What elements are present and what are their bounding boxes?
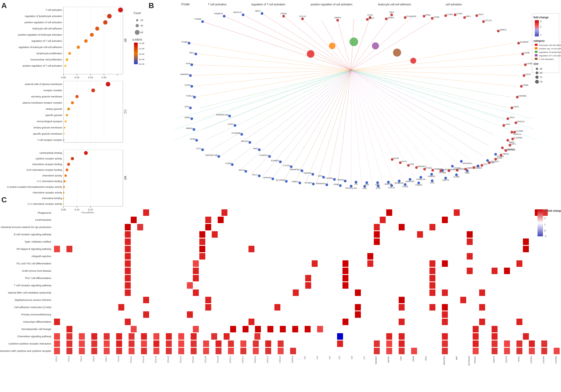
svg-text:CCL7: CCL7 (105, 356, 107, 362)
svg-line-154 (294, 70, 351, 183)
svg-rect-324 (535, 58, 538, 60)
svg-point-263 (501, 146, 504, 149)
svg-text:T cell activation: T cell activation (539, 58, 554, 60)
svg-point-16 (118, 8, 123, 12)
svg-text:SIRPG: SIRPG (334, 16, 341, 19)
svg-text:CTLA4: CTLA4 (283, 164, 290, 167)
svg-point-425 (454, 13, 456, 16)
svg-rect-608 (54, 348, 60, 354)
svg-rect-593 (240, 340, 246, 347)
svg-text:P2RX7: P2RX7 (292, 180, 299, 183)
svg-point-383 (515, 121, 517, 124)
svg-text:FCGR2B: FCGR2B (232, 132, 240, 134)
svg-point-223 (258, 175, 261, 177)
svg-text:TNFRSF4: TNFRSF4 (316, 182, 326, 185)
svg-rect-503 (193, 275, 199, 281)
svg-line-135 (351, 70, 516, 86)
svg-text:lymphocyte proliferation: lymphocyte proliferation (36, 52, 62, 55)
svg-text:CCL22: CCL22 (192, 356, 194, 363)
svg-text:TNFRSF: TNFRSF (375, 356, 377, 365)
svg-text:LY9: LY9 (475, 165, 479, 168)
svg-line-160 (351, 70, 362, 187)
svg-rect-633 (473, 348, 479, 354)
svg-rect-590 (203, 340, 209, 347)
svg-text:C-C chemokine binding: C-C chemokine binding (37, 180, 62, 183)
svg-text:IL4: IL4 (328, 356, 331, 359)
svg-rect-539 (399, 319, 405, 325)
svg-rect-522 (460, 297, 466, 303)
svg-point-187 (301, 18, 304, 20)
svg-rect-546 (230, 326, 236, 332)
svg-point-77 (66, 169, 68, 171)
svg-text:MIF: MIF (455, 356, 458, 360)
svg-rect-617 (166, 348, 172, 354)
svg-text:EOTAXIN: EOTAXIN (468, 356, 470, 366)
svg-point-306 (372, 42, 379, 49)
svg-text:2: 2 (540, 25, 542, 28)
svg-line-165 (351, 70, 416, 180)
svg-rect-585 (141, 340, 147, 347)
svg-rect-451 (386, 209, 392, 216)
svg-point-76 (67, 163, 70, 166)
svg-text:64: 64 (540, 71, 542, 74)
svg-text:PDCD1: PDCD1 (517, 120, 525, 123)
svg-rect-508 (187, 282, 193, 289)
svg-rect-504 (305, 275, 311, 281)
svg-rect-549 (267, 326, 273, 332)
svg-text:ZAP70: ZAP70 (442, 179, 449, 181)
svg-text:CCL5: CCL5 (92, 356, 95, 362)
svg-text:Count: Count (134, 12, 141, 15)
svg-text:SLA2: SLA2 (394, 157, 399, 159)
svg-text:CD28: CD28 (402, 185, 408, 188)
svg-text:CCL21: CCL21 (179, 356, 182, 363)
svg-point-25 (65, 65, 66, 67)
panel-a: T cell activation regulation of lymphocy… (0, 0, 151, 189)
svg-text:56: 56 (540, 67, 542, 70)
svg-text:3: 3 (544, 210, 546, 212)
svg-rect-630 (399, 348, 405, 354)
svg-rect-502 (125, 275, 131, 281)
svg-text:IRF4: IRF4 (389, 11, 394, 13)
svg-text:IL12RB1: IL12RB1 (514, 137, 523, 139)
svg-rect-562 (129, 333, 135, 340)
heatmap-svg: Phagosome Leishmaniasis Intestinal immun… (0, 202, 561, 391)
svg-text:SAMSN1: SAMSN1 (180, 73, 189, 76)
svg-rect-637 (529, 348, 535, 354)
svg-point-411 (431, 169, 434, 172)
svg-point-217 (217, 155, 220, 158)
svg-rect-577 (523, 333, 529, 340)
svg-point-357 (333, 178, 336, 181)
svg-text:category: category (533, 39, 545, 42)
svg-rect-554 (473, 326, 479, 332)
svg-rect-566 (178, 333, 184, 340)
svg-rect-460 (125, 224, 131, 230)
svg-text:CCL3: CCL3 (68, 356, 70, 362)
svg-text:MF: MF (124, 176, 127, 180)
svg-line-119 (338, 20, 351, 70)
svg-text:CCL19: CCL19 (485, 19, 492, 22)
svg-text:3e-06: 3e-06 (139, 53, 145, 55)
svg-point-297 (404, 16, 407, 19)
svg-line-147 (251, 70, 351, 174)
svg-rect-572 (386, 333, 392, 340)
svg-text:secretory granule membrane: secretory granule membrane (31, 95, 62, 98)
svg-text:IL6: IL6 (351, 356, 353, 359)
svg-rect-506 (429, 275, 435, 281)
svg-text:TBX21: TBX21 (502, 153, 509, 155)
svg-point-56 (65, 121, 67, 122)
svg-text:0.15: 0.15 (88, 76, 93, 79)
svg-rect-492 (429, 260, 435, 267)
svg-rect-607 (541, 340, 547, 347)
svg-text:CXCR4: CXCR4 (530, 356, 532, 363)
svg-point-303 (307, 50, 314, 58)
svg-rect-497 (342, 268, 348, 274)
svg-rect-618 (178, 348, 184, 354)
svg-text:CCL4: CCL4 (80, 356, 82, 362)
svg-rect-570 (254, 333, 260, 340)
svg-point-201 (189, 74, 192, 77)
svg-rect-558 (79, 333, 85, 340)
svg-rect-464 (399, 224, 405, 230)
svg-rect-482 (523, 246, 529, 252)
svg-text:regulation of leukocyte cell-c: regulation of leukocyte cell-cell adhesi… (18, 46, 62, 49)
svg-line-136 (200, 70, 351, 108)
